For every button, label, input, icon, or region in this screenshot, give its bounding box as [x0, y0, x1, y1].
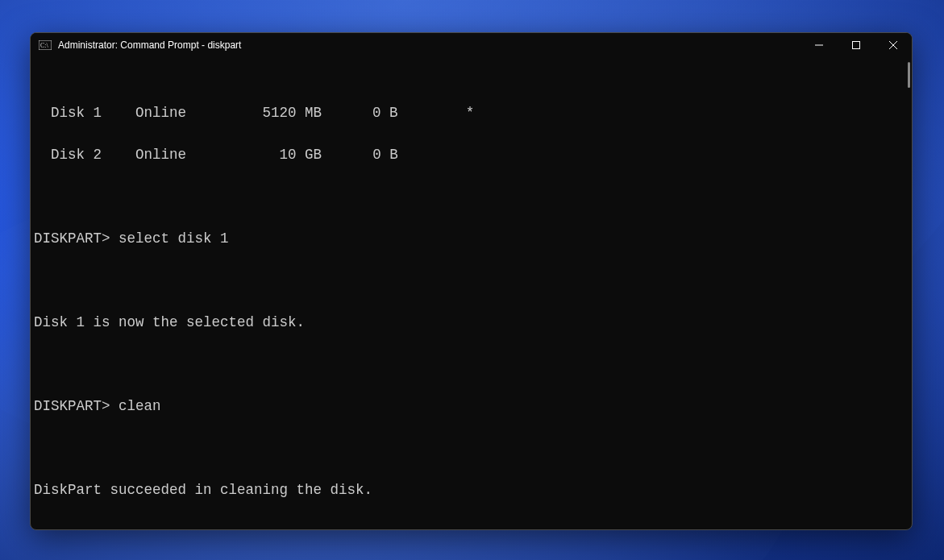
svg-text:C:\: C:\: [40, 42, 49, 49]
cmd-icon: C:\: [39, 40, 52, 50]
disk-row: Disk 1 Online 5120 MB 0 B *: [34, 102, 909, 123]
prompt-line: DISKPART> select disk 1: [34, 228, 909, 249]
disk-row: Disk 2 Online 10 GB 0 B: [34, 144, 909, 165]
scrollbar-thumb[interactable]: [908, 62, 910, 88]
command-prompt-window: C:\ Administrator: Command Prompt - disk…: [30, 32, 913, 530]
output-line: Disk 1 is now the selected disk.: [34, 312, 909, 333]
minimize-button[interactable]: [801, 33, 838, 57]
window-title: Administrator: Command Prompt - diskpart: [58, 39, 241, 51]
window-controls: [801, 33, 912, 57]
maximize-button[interactable]: [838, 33, 875, 57]
svg-rect-3: [853, 42, 860, 49]
output-line: DiskPart succeeded in cleaning the disk.: [34, 479, 909, 500]
titlebar[interactable]: C:\ Administrator: Command Prompt - disk…: [31, 33, 912, 57]
prompt-line: DISKPART> clean: [34, 396, 909, 417]
close-button[interactable]: [875, 33, 912, 57]
terminal-output[interactable]: Disk 1 Online 5120 MB 0 B * Disk 2 Onlin…: [31, 57, 912, 529]
